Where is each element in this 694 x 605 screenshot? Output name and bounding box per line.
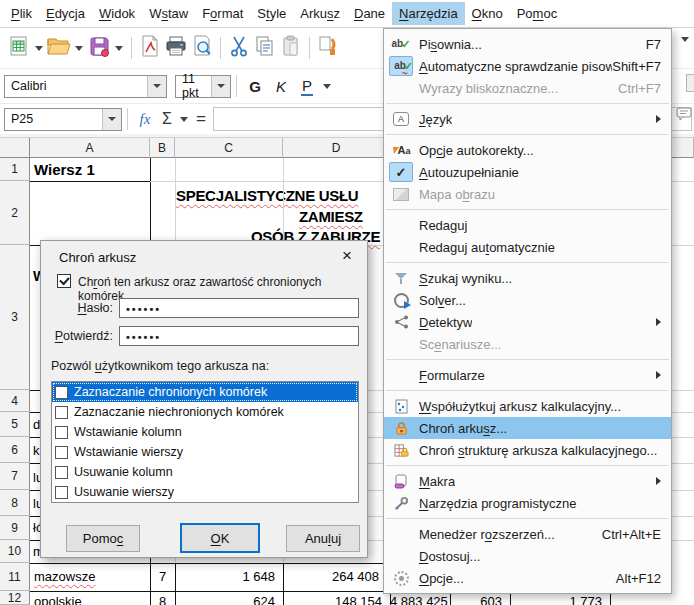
font-name-combobox[interactable]: Calibri (4, 75, 167, 98)
equals-button[interactable]: = (191, 105, 211, 133)
menu-item-opcje-autokorekty[interactable]: AaOpcje autokorekty... (384, 139, 671, 161)
menubar-item-arkusz[interactable]: Arkusz (293, 2, 347, 25)
menubar-item-widok[interactable]: Widok (92, 2, 142, 25)
menu-item-automatyczne-sprawdzanie-pisowni[interactable]: ab✓~Automatyczne sprawdzanie pisowniShif… (384, 55, 671, 77)
menu-item-pisownia[interactable]: ab✓Pisownia...F7 (384, 33, 671, 55)
permission-option-zaznaczanie-niechronionych-komórek[interactable]: Zaznaczanie niechronionych komórek (52, 402, 358, 422)
column-header-b[interactable]: B (150, 138, 175, 158)
paste-button[interactable] (278, 34, 304, 62)
checkbox-icon[interactable] (55, 386, 68, 399)
font-name-dropdown-button[interactable] (147, 76, 166, 97)
clone-formatting-button[interactable] (315, 34, 341, 62)
menu-item-dostosuj[interactable]: Dostosuj... (384, 545, 671, 567)
cell-e12[interactable]: 4 883 425 (390, 594, 446, 605)
permission-option-usuwanie-wierszy[interactable]: Usuwanie wierszy (52, 482, 358, 502)
export-pdf-button[interactable] (137, 34, 163, 62)
cell-a1[interactable]: Wiersz 1 (34, 161, 95, 178)
permission-option-zaznaczanie-chronionych-komórek[interactable]: Zaznaczanie chronionych komórek (52, 382, 358, 402)
font-size-dropdown-button[interactable] (211, 76, 230, 97)
row-header-10[interactable]: 10 (0, 540, 30, 563)
menubar-item-dane[interactable]: Dane (347, 2, 392, 25)
help-button[interactable]: Pomoc (66, 525, 140, 552)
menu-item-szukaj-wyniku[interactable]: Szukaj wyniku... (384, 267, 671, 289)
row-header-4[interactable]: 4 (0, 390, 30, 412)
font-size-combobox[interactable]: 11 pkt (175, 75, 231, 98)
menu-item-solver[interactable]: Solver... (384, 289, 671, 311)
menubar-item-style[interactable]: Style (250, 2, 293, 25)
cell-b11[interactable]: 7 (150, 569, 175, 584)
menu-item-redaguj-automatycznie[interactable]: Redaguj automatycznie (384, 236, 671, 258)
protect-sheet-checkbox[interactable] (57, 274, 71, 288)
menu-item-współużytkuj-arkusz-kalkulacyjny[interactable]: Współużytkuj arkusz kalkulacyjny... (384, 395, 671, 417)
row-header-1[interactable]: 1 (0, 158, 30, 181)
open-dropdown-icon[interactable] (75, 46, 83, 51)
menu-item-detektyw[interactable]: Detektyw (384, 311, 671, 333)
row-header-2[interactable]: 2 (0, 181, 30, 245)
row-header-8[interactable]: 8 (0, 490, 30, 516)
cell-a11[interactable]: mazowsze (34, 569, 144, 584)
menu-item-scenariusze[interactable]: Scenariusze... (384, 333, 671, 355)
comment-icon[interactable] (676, 107, 693, 126)
open-button[interactable] (46, 34, 72, 62)
password-input[interactable]: •••••• (119, 298, 359, 318)
row-header-11[interactable]: 11 (0, 563, 30, 591)
sum-dropdown-icon[interactable] (180, 117, 188, 122)
menubar-item-edycja[interactable]: Edycja (39, 2, 92, 25)
cell-d12[interactable]: 148 154 (283, 594, 386, 605)
menu-item-narzędzia-programistyczne[interactable]: Narzędzia programistyczne (384, 492, 671, 514)
menu-item-redaguj[interactable]: Redaguj (384, 214, 671, 236)
function-wizard-button[interactable]: fx (133, 105, 157, 133)
sheet-title-line1[interactable]: SPECJALISTYCZNE USŁU (176, 187, 358, 204)
cell-a12[interactable]: opolskie (34, 594, 144, 605)
menu-item-chroń-arkusz[interactable]: Chroń arkusz... (384, 417, 671, 439)
new-document-button[interactable] (6, 34, 32, 62)
permission-option-usuwanie-kolumn[interactable]: Usuwanie kolumn (52, 462, 358, 482)
menu-item-mapa-obrazu[interactable]: Mapa obrazu (384, 183, 671, 205)
underline-button[interactable]: P (294, 74, 320, 98)
bold-button[interactable]: G (242, 74, 268, 98)
menu-item-menedżer-rozszerzeń[interactable]: Menedżer rozszerzeń...Ctrl+Alt+E (384, 523, 671, 545)
print-button[interactable] (163, 34, 189, 62)
cut-button[interactable] (226, 34, 252, 62)
ok-button[interactable]: OK (180, 523, 260, 553)
toolbar-overflow-dropdown-icon[interactable] (678, 42, 692, 60)
cell-c11[interactable]: 1 648 (175, 569, 279, 584)
row-header-3[interactable]: 3 (0, 245, 30, 390)
menu-item-chroń-strukturę-arkusza-kalkulacyjnego[interactable]: Chroń strukturę arkusza kalkulacyjnego..… (384, 439, 671, 461)
menu-item-makra[interactable]: Makra (384, 470, 671, 492)
underline-dropdown-icon[interactable] (323, 84, 331, 89)
menubar-item-wstaw[interactable]: Wstaw (142, 2, 195, 25)
checkbox-icon[interactable] (55, 426, 68, 439)
name-box[interactable]: P25 (4, 108, 122, 131)
checkbox-icon[interactable] (55, 466, 68, 479)
print-preview-button[interactable] (189, 34, 215, 62)
new-document-dropdown-icon[interactable] (35, 46, 43, 51)
save-button[interactable] (86, 34, 112, 62)
menubar-item-pomoc[interactable]: Pomoc (510, 2, 564, 25)
checkbox-icon[interactable] (55, 406, 68, 419)
sheet-title-line2[interactable]: ZAMIESZ (299, 208, 363, 225)
column-header-d[interactable]: D (283, 138, 390, 158)
checkbox-icon[interactable] (55, 486, 68, 499)
checkbox-icon[interactable] (55, 446, 68, 459)
menubar-item-format[interactable]: Format (195, 2, 250, 25)
menubar-item-narzędzia[interactable]: Narzędzia (392, 2, 465, 25)
menu-item-wyrazy-bliskoznaczne[interactable]: Wyrazy bliskoznaczne...Ctrl+F7 (384, 77, 671, 99)
name-box-dropdown-button[interactable] (102, 109, 121, 130)
italic-button[interactable]: K (268, 74, 294, 98)
row-header-9[interactable]: 9 (0, 516, 30, 540)
permission-option-wstawianie-kolumn[interactable]: Wstawianie kolumn (52, 422, 358, 442)
row-header-5[interactable]: 5 (0, 412, 30, 437)
sum-button[interactable]: Σ (157, 105, 177, 133)
cell-c12[interactable]: 624 (175, 594, 279, 605)
permission-option-wstawianie-wierszy[interactable]: Wstawianie wierszy (52, 442, 358, 462)
menu-item-język[interactable]: AJęzyk (384, 108, 671, 130)
menubar-item-plik[interactable]: Plik (4, 2, 39, 25)
cell-a6-fragment[interactable]: k (33, 443, 40, 458)
menu-item-formularze[interactable]: Formularze (384, 364, 671, 386)
confirm-password-input[interactable]: •••••• (119, 326, 359, 346)
menubar-item-okno[interactable]: Okno (465, 2, 510, 25)
column-header-a[interactable]: A (30, 138, 150, 158)
row-header-12[interactable]: 12 (0, 591, 30, 605)
cell-g12[interactable]: 1 773 (510, 594, 606, 605)
